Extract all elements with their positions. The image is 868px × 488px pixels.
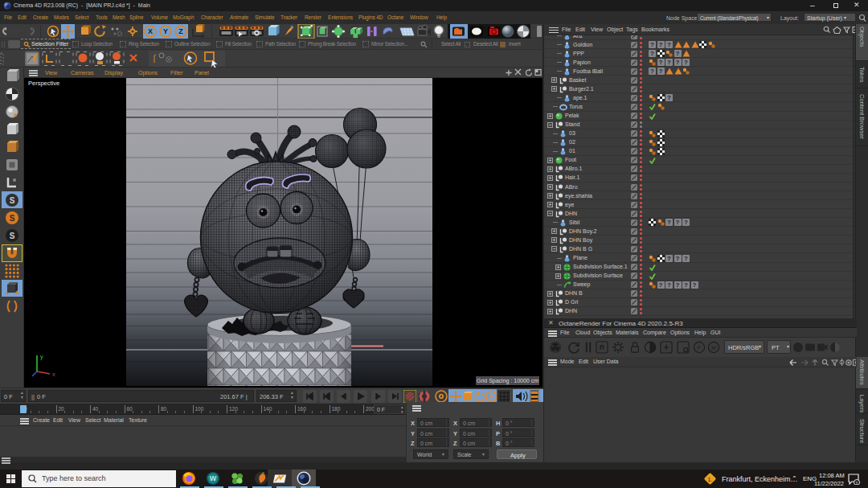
svg-text:F: F [698, 345, 702, 351]
svg-text:S: S [10, 214, 15, 223]
svg-text:S: S [10, 232, 15, 240]
svg-text:1.: 1. [708, 477, 713, 482]
svg-text:P: P [489, 393, 493, 400]
svg-text:S: S [10, 196, 15, 205]
svg-text:Y: Y [163, 27, 168, 35]
svg-text:R: R [600, 343, 605, 351]
svg-text:W: W [210, 474, 217, 482]
svg-text:y: y [40, 354, 43, 360]
svg-text:M: M [711, 345, 716, 351]
svg-text:x: x [52, 371, 55, 377]
svg-text:Z: Z [178, 27, 183, 35]
svg-text:X: X [148, 27, 153, 35]
